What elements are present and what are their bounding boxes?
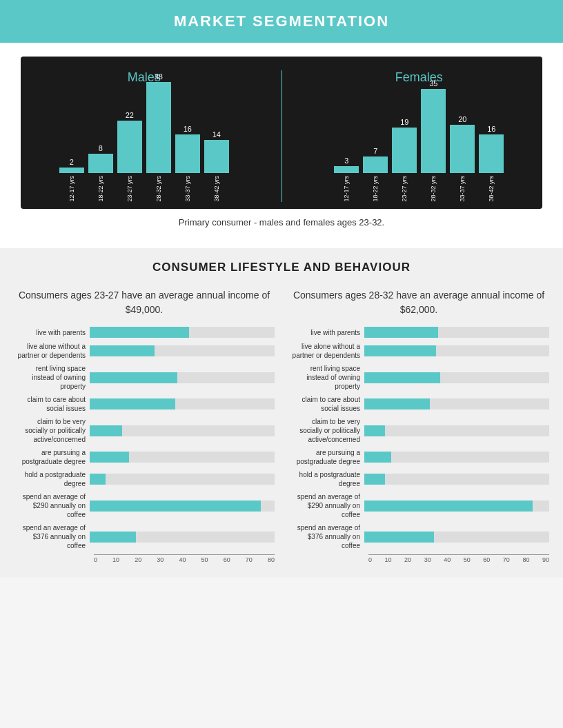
bar-item: 312-17 yrs bbox=[334, 156, 359, 202]
bar-rect bbox=[450, 125, 475, 173]
bar-rect bbox=[88, 154, 113, 173]
hbar-track bbox=[364, 425, 549, 436]
axis-tick: 70 bbox=[503, 556, 510, 563]
hbar-row: spend an average of $376 annually on cof… bbox=[288, 523, 549, 550]
hbar-row: live with parents bbox=[288, 327, 549, 338]
bar-rect bbox=[363, 156, 388, 173]
hbar-row: claim to be very socially or politically… bbox=[14, 417, 275, 444]
bar-rect bbox=[146, 82, 171, 173]
page-title: MARKET SEGMENTATION bbox=[0, 12, 563, 30]
bar-value: 14 bbox=[213, 130, 221, 139]
hbar-track bbox=[90, 327, 275, 338]
hbar-fill bbox=[364, 532, 434, 543]
bar-item: 1638-42 yrs bbox=[479, 125, 504, 202]
axis-tick: 60 bbox=[224, 556, 230, 563]
bar-item: 212-17 yrs bbox=[59, 158, 84, 202]
axis-tick: 60 bbox=[483, 556, 490, 563]
hbar-row: hold a postgraduate degree bbox=[288, 470, 549, 488]
hbar-track bbox=[364, 327, 549, 338]
lifestyle-columns: Consumers ages 23-27 have an average ann… bbox=[14, 281, 549, 563]
hbar-fill bbox=[90, 452, 129, 463]
bar-item: 1923-27 yrs bbox=[392, 118, 417, 202]
hbar-fill bbox=[364, 474, 385, 485]
axis-tick: 20 bbox=[404, 556, 411, 563]
hbar-row: claim to care about social issues bbox=[288, 395, 549, 413]
bar-value: 38 bbox=[155, 72, 163, 81]
hbar-label: spend an average of $376 annually on cof… bbox=[288, 523, 364, 550]
axis-tick: 70 bbox=[246, 556, 253, 563]
bar-age-label: 18-22 yrs bbox=[97, 176, 104, 202]
hbar-label: claim to be very socially or politically… bbox=[288, 417, 364, 444]
males-bars: 212-17 yrs818-22 yrs2223-27 yrs3828-32 y… bbox=[59, 92, 229, 202]
hbar-label: live with parents bbox=[288, 328, 364, 337]
group2-income: Consumers ages 28-32 have an average ann… bbox=[288, 288, 549, 317]
axis-tick: 90 bbox=[542, 556, 549, 563]
hbar-track bbox=[90, 372, 275, 383]
hbar-label: spend an average of $290 annually on cof… bbox=[14, 492, 90, 519]
axis-tick: 10 bbox=[385, 556, 392, 563]
axis-tick: 80 bbox=[268, 556, 275, 563]
group2-col: Consumers ages 28-32 have an average ann… bbox=[288, 281, 549, 563]
hbar-row: live with parents bbox=[14, 327, 275, 338]
group1-col: Consumers ages 23-27 have an average ann… bbox=[14, 281, 275, 563]
bar-rect bbox=[479, 134, 504, 173]
hbar-track bbox=[364, 452, 549, 463]
hbar-track bbox=[90, 345, 275, 356]
bar-item: 1438-42 yrs bbox=[204, 130, 229, 202]
hbar-fill bbox=[364, 345, 436, 356]
hbar-label: are pursuing a postgraduate degree bbox=[14, 448, 90, 466]
bar-age-label: 33-37 yrs bbox=[184, 176, 191, 202]
chart-divider bbox=[282, 70, 282, 202]
hbar-fill bbox=[90, 532, 136, 543]
hbar-row: spend an average of $290 annually on cof… bbox=[14, 492, 275, 519]
hbar-fill bbox=[364, 452, 391, 463]
hbar-label: claim to be very socially or politically… bbox=[14, 417, 90, 444]
bar-value: 2 bbox=[70, 158, 74, 166]
hbar-track bbox=[364, 501, 549, 512]
bar-item: 2223-27 yrs bbox=[117, 111, 142, 202]
age-bar-chart: Males 212-17 yrs818-22 yrs2223-27 yrs382… bbox=[21, 57, 542, 209]
bar-rect bbox=[204, 140, 229, 173]
bar-value: 16 bbox=[487, 125, 495, 133]
hbar-label: hold a postgraduate degree bbox=[14, 470, 90, 488]
bar-item: 3828-32 yrs bbox=[146, 72, 171, 202]
bar-rect bbox=[334, 166, 359, 173]
page-header: MARKET SEGMENTATION bbox=[0, 0, 563, 43]
males-group: Males 212-17 yrs818-22 yrs2223-27 yrs382… bbox=[41, 70, 247, 202]
bar-rect bbox=[117, 121, 142, 173]
bar-value: 35 bbox=[429, 79, 437, 88]
bar-value: 16 bbox=[184, 125, 192, 133]
bar-value: 8 bbox=[99, 144, 103, 152]
hbar-label: are pursuing a postgraduate degree bbox=[288, 448, 364, 466]
hbar-fill bbox=[90, 501, 261, 512]
axis-container: 0102030405060708090 bbox=[368, 554, 549, 563]
axis-tick: 0 bbox=[94, 556, 97, 563]
bar-age-label: 12-17 yrs bbox=[343, 176, 350, 202]
hbar-label: live alone without a partner or dependen… bbox=[288, 342, 364, 360]
hbar-fill bbox=[90, 327, 189, 338]
group1-income: Consumers ages 23-27 have an average ann… bbox=[14, 288, 275, 317]
bar-age-label: 28-32 yrs bbox=[155, 176, 162, 202]
bar-age-label: 33-37 yrs bbox=[459, 176, 466, 202]
hbar-fill bbox=[90, 345, 155, 356]
bar-age-label: 12-17 yrs bbox=[68, 176, 75, 202]
axis-tick: 40 bbox=[444, 556, 451, 563]
bar-rect bbox=[392, 128, 417, 173]
bar-value: 20 bbox=[458, 115, 466, 123]
bar-age-label: 28-32 yrs bbox=[430, 176, 437, 202]
hbar-row: live alone without a partner or dependen… bbox=[14, 342, 275, 360]
hbar-fill bbox=[364, 425, 385, 436]
bar-rect bbox=[175, 134, 200, 173]
hbar-track bbox=[90, 532, 275, 543]
bar-rect bbox=[59, 168, 84, 173]
bar-age-label: 23-27 yrs bbox=[401, 176, 408, 202]
hbar-row: are pursuing a postgraduate degree bbox=[14, 448, 275, 466]
bar-age-label: 38-42 yrs bbox=[488, 176, 495, 202]
axis-tick: 50 bbox=[201, 556, 208, 563]
hbar-label: hold a postgraduate degree bbox=[288, 470, 364, 488]
age-chart-section: Males 212-17 yrs818-22 yrs2223-27 yrs382… bbox=[0, 43, 563, 248]
axis-tick: 10 bbox=[112, 556, 119, 563]
hbar-fill bbox=[364, 398, 430, 410]
hbar-row: rent living space instead of owning prop… bbox=[288, 364, 549, 391]
hbar-row: are pursuing a postgraduate degree bbox=[288, 448, 549, 466]
